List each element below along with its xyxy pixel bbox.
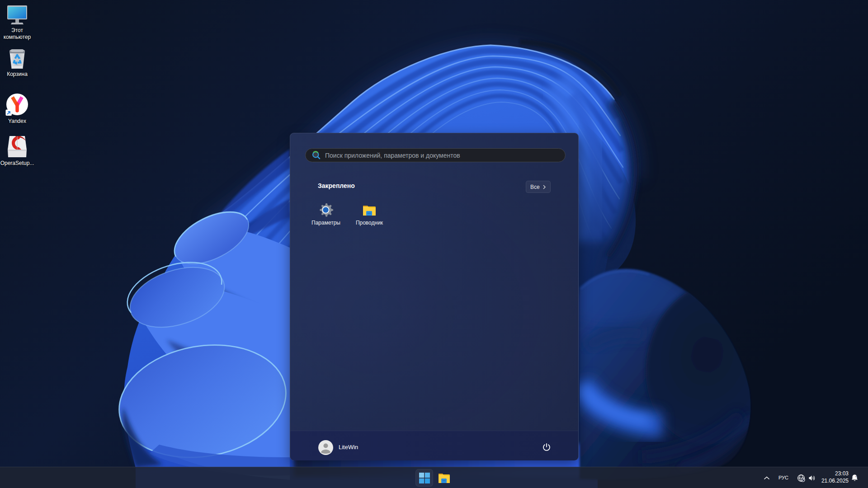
svg-text:z: z — [855, 475, 857, 478]
